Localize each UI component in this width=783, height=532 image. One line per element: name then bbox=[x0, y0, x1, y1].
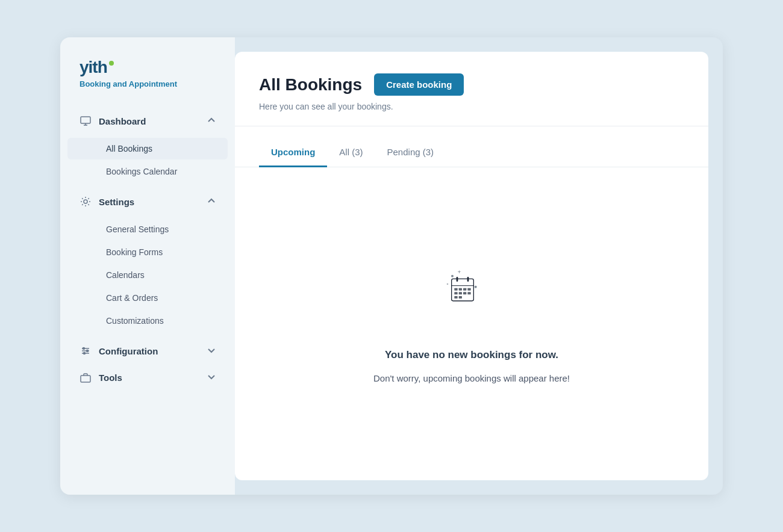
tabs-row: Upcoming All (3) Pending (3) bbox=[235, 126, 708, 167]
svg-rect-19 bbox=[459, 288, 462, 290]
nav-configuration-header-left: Configuration bbox=[80, 345, 158, 357]
svg-rect-26 bbox=[454, 296, 457, 298]
main-body: + + bbox=[235, 167, 708, 480]
svg-rect-27 bbox=[459, 296, 462, 298]
nav-settings-header[interactable]: Settings bbox=[60, 188, 235, 215]
logo-subtitle: Booking and Appointment bbox=[80, 79, 216, 88]
logo-area: yith Booking and Appointment bbox=[60, 59, 235, 103]
svg-text:+: + bbox=[458, 268, 461, 274]
sliders-icon bbox=[80, 345, 92, 357]
svg-point-5 bbox=[83, 348, 85, 350]
nav-tools-header-left: Tools bbox=[80, 371, 122, 383]
svg-rect-18 bbox=[454, 288, 457, 290]
sidebar-item-bookings-calendar[interactable]: Bookings Calendar bbox=[67, 161, 228, 182]
logo-dot bbox=[109, 61, 114, 66]
svg-rect-22 bbox=[454, 292, 457, 294]
dashboard-chevron-up-icon bbox=[207, 116, 216, 126]
configuration-label: Configuration bbox=[99, 346, 158, 356]
nav-settings-header-left: Settings bbox=[80, 196, 134, 208]
svg-rect-25 bbox=[467, 292, 470, 294]
svg-rect-20 bbox=[463, 288, 466, 290]
svg-point-10 bbox=[447, 283, 449, 285]
gear-icon bbox=[80, 196, 92, 208]
svg-rect-23 bbox=[459, 292, 462, 294]
page-subtitle: Here you can see all your bookings. bbox=[259, 102, 684, 111]
sidebar-item-cart-orders[interactable]: Cart & Orders bbox=[67, 287, 228, 309]
settings-chevron-up-icon bbox=[207, 197, 216, 207]
tools-label: Tools bbox=[99, 373, 122, 383]
nav-tools-header[interactable]: Tools bbox=[60, 364, 235, 391]
sidebar-item-calendars[interactable]: Calendars bbox=[67, 264, 228, 286]
page-header: All Bookings Create booking Here you can… bbox=[235, 52, 708, 126]
app-wrapper: yith Booking and Appointment Dashboard bbox=[60, 37, 723, 495]
svg-point-1 bbox=[84, 200, 87, 203]
settings-sub-items: General Settings Booking Forms Calendars… bbox=[60, 215, 235, 338]
tab-pending[interactable]: Pending (3) bbox=[375, 138, 446, 167]
svg-point-9 bbox=[451, 274, 454, 277]
svg-point-11 bbox=[475, 285, 477, 288]
svg-point-7 bbox=[84, 353, 86, 354]
nav-dashboard-header-left: Dashboard bbox=[80, 115, 146, 127]
empty-primary-text: You have no new bookings for now. bbox=[385, 349, 558, 361]
sidebar: yith Booking and Appointment Dashboard bbox=[60, 37, 235, 495]
page-title: All Bookings bbox=[259, 75, 362, 94]
settings-label: Settings bbox=[99, 197, 134, 207]
svg-rect-0 bbox=[81, 117, 90, 123]
svg-rect-15 bbox=[457, 277, 458, 282]
logo-name: yith bbox=[80, 59, 107, 76]
dashboard-sub-items: All Bookings Bookings Calendar bbox=[60, 134, 235, 188]
empty-state: + + bbox=[373, 265, 570, 383]
svg-point-6 bbox=[87, 350, 89, 352]
sidebar-item-all-bookings[interactable]: All Bookings bbox=[67, 138, 228, 159]
nav-configuration-header[interactable]: Configuration bbox=[60, 338, 235, 364]
empty-secondary-text: Don't worry, upcoming bookings will appe… bbox=[373, 373, 570, 383]
sidebar-item-booking-forms[interactable]: Booking Forms bbox=[67, 241, 228, 263]
create-booking-button[interactable]: Create booking bbox=[374, 73, 464, 96]
monitor-icon bbox=[80, 115, 92, 127]
svg-rect-24 bbox=[463, 292, 466, 294]
svg-rect-21 bbox=[467, 288, 470, 290]
svg-rect-16 bbox=[467, 277, 469, 282]
logo: yith bbox=[80, 59, 216, 76]
main-content: All Bookings Create booking Here you can… bbox=[235, 52, 708, 480]
sidebar-item-customizations[interactable]: Customizations bbox=[67, 310, 228, 332]
tab-all[interactable]: All (3) bbox=[327, 138, 375, 167]
empty-state-illustration: + + bbox=[435, 265, 508, 337]
dashboard-label: Dashboard bbox=[99, 116, 146, 126]
nav-dashboard-header[interactable]: Dashboard bbox=[60, 108, 235, 134]
configuration-chevron-down-icon bbox=[207, 346, 216, 356]
briefcase-icon bbox=[80, 371, 92, 383]
sidebar-item-general-settings[interactable]: General Settings bbox=[67, 218, 228, 240]
tools-chevron-down-icon bbox=[207, 373, 216, 383]
svg-rect-8 bbox=[81, 376, 90, 382]
nav-dashboard-section: Dashboard All Bookings Bookings Calendar bbox=[60, 103, 235, 395]
page-title-row: All Bookings Create booking bbox=[259, 73, 684, 96]
tab-upcoming[interactable]: Upcoming bbox=[259, 138, 327, 167]
